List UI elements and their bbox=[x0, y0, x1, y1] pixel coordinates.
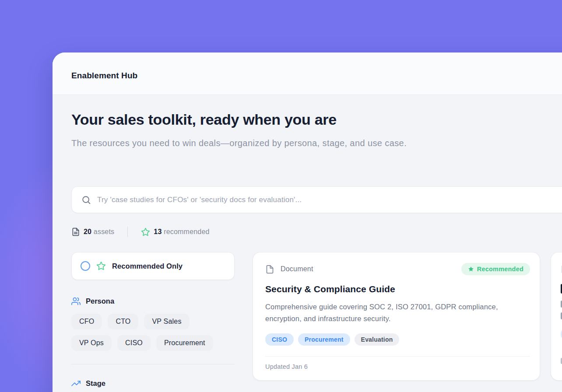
card-tags: CISO Procurement Evaluation bbox=[265, 333, 530, 346]
stage-section-header: Stage bbox=[71, 379, 235, 388]
page-title: Your sales toolkit, ready when you are bbox=[71, 111, 337, 128]
persona-chip-cto[interactable]: CTO bbox=[108, 314, 138, 329]
recommended-stat: 13 recommended bbox=[141, 228, 209, 237]
radio-circle-icon bbox=[81, 261, 90, 271]
file-icon bbox=[265, 265, 274, 274]
card-description: Comprehensive guide covering SOC 2, ISO … bbox=[265, 301, 519, 325]
persona-chip-cfo[interactable]: CFO bbox=[71, 314, 102, 329]
filter-sidebar: Recommended Only Persona CFO CTO VP Sale… bbox=[71, 252, 235, 388]
search-input[interactable] bbox=[97, 196, 562, 204]
app-title: Enablement Hub bbox=[71, 71, 137, 80]
tag-evaluation: Evaluation bbox=[355, 333, 400, 346]
page-subtitle: The resources you need to win deals—orga… bbox=[71, 135, 432, 151]
stage-label: Stage bbox=[86, 379, 105, 388]
star-filled-icon bbox=[468, 266, 474, 272]
recommended-badge-label: Recommended bbox=[477, 266, 523, 273]
tag-ciso: CISO bbox=[265, 333, 294, 346]
search-icon bbox=[81, 195, 91, 205]
persona-section-header: Persona bbox=[71, 297, 235, 306]
users-icon bbox=[71, 297, 81, 306]
persona-chip-vp-ops[interactable]: VP Ops bbox=[71, 335, 112, 351]
main-panel: Enablement Hub Your sales toolkit, ready… bbox=[53, 52, 562, 392]
card-title: Security & Compliance Guide bbox=[265, 284, 530, 294]
stats-row: 20 assets 13 recommended bbox=[71, 227, 210, 237]
assets-label: assets bbox=[94, 228, 114, 235]
card-type-label: Document bbox=[281, 265, 313, 273]
recommended-badge: Recommended bbox=[461, 263, 530, 275]
tag-procurement: Procurement bbox=[298, 333, 350, 346]
recommended-count: 13 bbox=[154, 228, 162, 235]
trending-up-icon bbox=[71, 379, 81, 388]
asset-card-grid: Document Recommended Security & Complian… bbox=[253, 252, 562, 381]
persona-chip-vp-sales[interactable]: VP Sales bbox=[144, 314, 189, 329]
assets-stat: 20 assets bbox=[71, 228, 114, 236]
persona-label: Persona bbox=[86, 297, 114, 305]
persona-chips: CFO CTO VP Sales VP Ops CISO Procurement bbox=[71, 314, 235, 351]
recommended-only-label: Recommended Only bbox=[112, 262, 183, 270]
recommended-only-toggle[interactable]: Recommended Only bbox=[71, 252, 235, 280]
persona-chip-ciso[interactable]: CISO bbox=[117, 335, 151, 351]
star-icon bbox=[96, 261, 106, 271]
assets-count: 20 bbox=[84, 228, 91, 235]
star-icon bbox=[141, 228, 150, 237]
panel-header: Enablement Hub bbox=[53, 52, 562, 95]
file-text-icon bbox=[71, 228, 80, 236]
sidebar-divider bbox=[71, 364, 235, 364]
asset-card-security-compliance[interactable]: Document Recommended Security & Complian… bbox=[253, 252, 540, 381]
card-type: Document bbox=[265, 265, 313, 274]
persona-chip-procurement[interactable]: Procurement bbox=[156, 335, 213, 351]
stats-divider bbox=[127, 227, 128, 237]
card-updated: Updated Jan 6 bbox=[265, 363, 530, 370]
asset-card-partial[interactable] bbox=[551, 252, 562, 381]
recommended-label: recommended bbox=[164, 228, 209, 235]
search-bar[interactable] bbox=[71, 186, 562, 213]
